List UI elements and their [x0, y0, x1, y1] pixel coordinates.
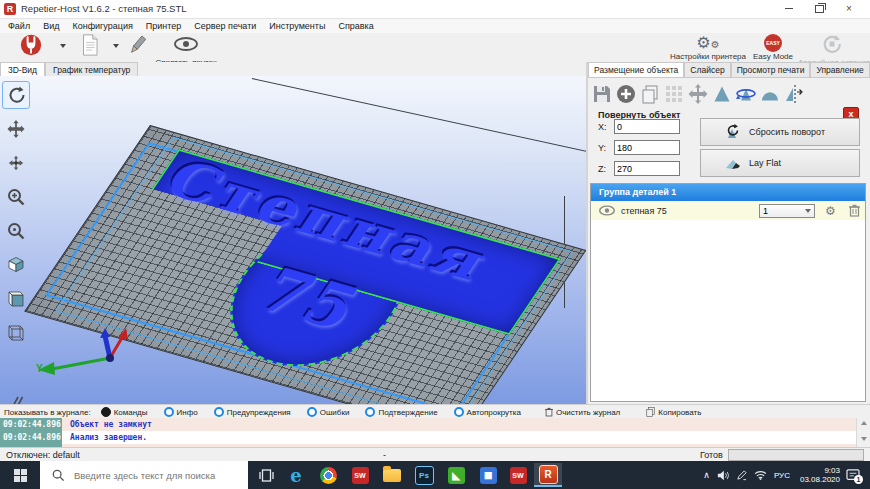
log-toggle-errors[interactable]: Ошибки — [307, 407, 350, 417]
scroll-up-icon[interactable] — [861, 421, 867, 425]
front-view-button[interactable] — [2, 285, 30, 313]
app-logo-icon: R — [4, 3, 16, 15]
move-object-button[interactable] — [2, 149, 30, 177]
easy-mode-button[interactable]: EASY Easy Mode — [750, 34, 796, 61]
rotate-object-button[interactable] — [734, 82, 758, 106]
tab-print-preview[interactable]: Просмотр печати — [731, 62, 811, 77]
tab-3d-view[interactable]: 3D-Вид — [0, 62, 45, 76]
menu-tools[interactable]: Инструменты — [269, 21, 325, 31]
group-header[interactable]: Группа деталей 1 — [591, 184, 865, 201]
log-message: Анализ завершен. — [62, 431, 147, 444]
rotate-triangle-icon — [735, 84, 757, 104]
document-icon — [80, 42, 98, 59]
rotate-z-input[interactable] — [614, 161, 680, 176]
taskbar-search[interactable] — [40, 461, 248, 489]
taskbar-app-kompas[interactable]: ◣ — [442, 463, 470, 487]
zoom-in-button[interactable] — [2, 183, 30, 211]
wireframe-view-button[interactable] — [2, 319, 30, 347]
taskbar-app-repetier-active[interactable]: R — [534, 463, 562, 487]
task-view-button[interactable] — [252, 463, 280, 487]
view-tabs: 3D-Вид График температур — [0, 62, 586, 77]
copy-log-button[interactable]: Копировать — [646, 407, 701, 417]
part-delete-button[interactable] — [849, 204, 860, 217]
chevron-down-icon — [805, 209, 811, 213]
tray-expand-icon[interactable]: ∧ — [703, 470, 710, 480]
part-settings-button[interactable]: ⚙ — [825, 205, 836, 217]
lay-flat-panel-button[interactable]: Lay Flat — [700, 149, 860, 177]
scroll-down-icon[interactable] — [861, 437, 867, 441]
log-row: 09:02:44.896 Объект не замкнут — [0, 418, 856, 431]
log-toggle-autoscroll[interactable]: Автопрокрутка — [454, 407, 521, 417]
menu-file[interactable]: Файл — [8, 21, 30, 31]
progress-bar — [728, 449, 864, 461]
tab-object-placement[interactable]: Размещение объекта — [588, 62, 684, 77]
maximize-button[interactable] — [806, 0, 832, 17]
log-toggle-commands[interactable]: Команды — [101, 407, 148, 417]
action-center-button[interactable]: 1 — [846, 469, 860, 481]
part-count-select[interactable]: 1 — [759, 204, 815, 218]
clear-log-button[interactable]: Очистить журнал — [545, 407, 620, 417]
tab-slicer[interactable]: Слайсер — [684, 62, 730, 77]
taskbar-app-explorer[interactable] — [378, 463, 406, 487]
save-button[interactable] — [590, 82, 614, 106]
minimize-button[interactable] — [776, 0, 802, 17]
tab-manual-control[interactable]: Управление — [810, 62, 869, 77]
printer-settings-button[interactable]: ⚙⚙ Настройки принтера — [668, 34, 748, 61]
volume-icon[interactable] — [717, 470, 729, 481]
zoom-fit-button[interactable] — [2, 217, 30, 245]
task-view-icon — [259, 469, 274, 482]
part-visibility-eye-icon[interactable] — [599, 205, 615, 216]
rotate-x-label: X: — [598, 122, 607, 132]
move-view-button[interactable] — [2, 115, 30, 143]
log-toggle-warnings[interactable]: Предупреждения — [214, 407, 291, 417]
menu-config[interactable]: Конфигурация — [72, 21, 132, 31]
mirror-object-button[interactable] — [782, 82, 806, 106]
toggle-dot-icon — [214, 407, 224, 417]
toggle-dot-icon — [365, 407, 375, 417]
rotate-x-input[interactable] — [614, 119, 680, 134]
floppy-icon — [592, 84, 612, 104]
center-object-button[interactable] — [686, 82, 710, 106]
wifi-icon[interactable] — [754, 470, 767, 480]
taskbar-app-photoshop[interactable]: Ps — [410, 463, 438, 487]
close-button[interactable]: × — [836, 0, 862, 17]
taskbar-app-solidworks2[interactable]: SW — [504, 463, 532, 487]
log-toggle-ack[interactable]: Подтверждение — [365, 407, 437, 417]
log-scrollbar[interactable] — [856, 418, 870, 447]
lay-flat-button[interactable] — [758, 82, 782, 106]
language-indicator[interactable]: РУС — [774, 471, 790, 480]
repetier-host-window: R Repetier-Host V1.6.2 - степная 75.STL … — [0, 0, 870, 489]
tab-temp-graph[interactable]: График температур — [45, 62, 138, 76]
notification-badge: 1 — [854, 475, 863, 484]
copy-object-button[interactable] — [638, 82, 662, 106]
search-input[interactable] — [72, 469, 246, 482]
rotate-view-button[interactable] — [2, 81, 30, 109]
chrome-icon — [320, 467, 337, 484]
close-icon: × — [846, 3, 852, 14]
start-button[interactable] — [0, 461, 40, 489]
viewport-3d[interactable]: Степная 75 Y — [0, 76, 586, 404]
menu-help[interactable]: Справка — [338, 21, 373, 31]
pen-icon[interactable] — [736, 470, 747, 481]
part-row[interactable]: степная 75 1 ⚙ — [591, 201, 865, 220]
menu-print-server[interactable]: Сервер печати — [194, 21, 256, 31]
taskbar-app-solidworks[interactable]: SW — [346, 463, 374, 487]
taskbar-app-chrome[interactable] — [314, 463, 342, 487]
menu-printer[interactable]: Принтер — [146, 21, 182, 31]
taskbar-clock[interactable]: 9:03 03.08.2020 — [800, 466, 840, 484]
taskbar-app-edge[interactable]: e — [282, 463, 310, 487]
taskbar-app-calculator[interactable]: ▦ — [474, 463, 502, 487]
isometric-view-button[interactable] — [2, 251, 30, 279]
scale-object-button[interactable] — [710, 82, 734, 106]
rotate-y-input[interactable] — [614, 140, 680, 155]
log-timestamp: 09:02:44.896 — [0, 431, 62, 444]
reset-rotation-button[interactable]: Сбросить поворот — [700, 118, 860, 146]
parallel-projection-button[interactable] — [2, 389, 30, 404]
autoposition-button[interactable] — [662, 82, 686, 106]
add-object-button[interactable] — [614, 82, 638, 106]
axis-y-label: Y — [36, 363, 43, 374]
toggle-dot-icon — [307, 407, 317, 417]
gear-icon: ⚙ — [825, 205, 836, 217]
menu-view[interactable]: Вид — [43, 21, 59, 31]
log-toggle-info[interactable]: Инфо — [164, 407, 198, 417]
